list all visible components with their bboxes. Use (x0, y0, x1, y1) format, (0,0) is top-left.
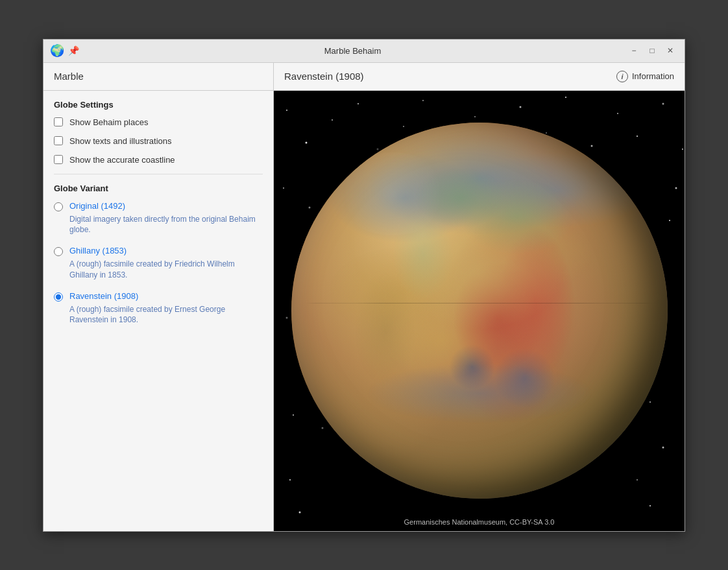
globe-icon: 🌍 (50, 43, 64, 58)
settings-divider (54, 174, 263, 174)
svg-point-12 (565, 97, 566, 98)
radio-original: Original (1492) Digital imagery taken di… (54, 201, 263, 236)
app-window: 🌍 📌 Marble Behaim − □ ✕ Marble Ravenstei… (43, 39, 685, 532)
svg-point-32 (299, 511, 301, 513)
ghillany-description: A (rough) facsimile created by Friedrich… (69, 259, 263, 281)
original-description: Digital imagery taken directly from the … (69, 214, 263, 236)
main-panel: Marble Ravenstein (1908) i Information G… (43, 63, 685, 531)
radio-ghillany: Ghillany (1853) A (rough) facsimile crea… (54, 246, 263, 281)
globe-sphere[interactable] (291, 123, 668, 499)
ghillany-radio[interactable] (54, 247, 63, 256)
close-button[interactable]: ✕ (662, 44, 678, 57)
titlebar-left: 🌍 📌 (50, 43, 79, 58)
svg-point-24 (286, 316, 288, 318)
accurate-coastline-label[interactable]: Show the accurate coastline (69, 155, 175, 165)
sidebar-title: Marble (54, 71, 84, 82)
svg-point-3 (358, 103, 359, 104)
info-icon: i (616, 71, 628, 82)
svg-point-0 (286, 110, 287, 111)
titlebar: 🌍 📌 Marble Behaim − □ ✕ (43, 40, 685, 63)
svg-point-16 (662, 102, 664, 104)
accurate-coastline-checkbox[interactable] (54, 155, 63, 164)
checkbox-texts-illustrations: Show texts and illustrations (54, 136, 263, 146)
panel-title: Ravenstein (1908) (284, 71, 364, 82)
svg-point-6 (422, 100, 424, 101)
minimize-button[interactable]: − (626, 44, 642, 57)
checkbox-behaim-places: Show Behaim places (54, 117, 263, 127)
checkbox-accurate-coastline: Show the accurate coastline (54, 155, 263, 165)
svg-point-17 (682, 148, 683, 150)
attribution-text: Germanisches Nationalmuseum, CC-BY-SA 3.… (404, 518, 555, 526)
original-label[interactable]: Original (1492) (69, 201, 125, 211)
texts-illustrations-label[interactable]: Show texts and illustrations (69, 136, 172, 146)
info-label: Information (632, 71, 674, 81)
radio-ghillany-item: Ghillany (1853) (54, 246, 263, 256)
information-button[interactable]: i Information (616, 71, 674, 82)
svg-point-2 (332, 119, 333, 121)
svg-point-18 (283, 187, 284, 189)
globe-display[interactable]: Germanisches Nationalmuseum, CC-BY-SA 3.… (274, 91, 685, 531)
texts-illustrations-checkbox[interactable] (54, 136, 63, 145)
radio-ravenstein-item: Ravenstein (1908) (54, 291, 263, 302)
ghillany-label[interactable]: Ghillany (1853) (69, 246, 127, 255)
svg-point-23 (669, 220, 670, 221)
original-radio[interactable] (54, 202, 63, 211)
svg-point-22 (675, 187, 677, 189)
globe-texture (291, 123, 668, 499)
svg-point-10 (520, 106, 522, 108)
globe-settings-title: Globe Settings (54, 100, 263, 110)
ravenstein-label[interactable]: Ravenstein (1908) (69, 291, 138, 301)
svg-point-8 (474, 116, 476, 117)
maximize-button[interactable]: □ (644, 44, 660, 57)
radio-original-item: Original (1492) (54, 201, 263, 211)
ravenstein-description: A (rough) facsimile created by Ernest Ge… (69, 304, 263, 326)
behaim-places-checkbox[interactable] (54, 117, 63, 126)
sidebar: Globe Settings Show Behaim places Show t… (43, 91, 274, 531)
titlebar-controls: − □ ✕ (626, 44, 678, 57)
titlebar-title: Marble Behaim (79, 46, 626, 56)
globe-variant-title: Globe Variant (54, 184, 263, 193)
svg-point-33 (649, 505, 651, 506)
svg-point-14 (617, 113, 618, 114)
behaim-places-label[interactable]: Show Behaim places (69, 117, 148, 127)
radio-ravenstein: Ravenstein (1908) A (rough) facsimile cr… (54, 291, 263, 326)
ravenstein-radio[interactable] (54, 292, 63, 302)
panel-body: Globe Settings Show Behaim places Show t… (43, 91, 685, 531)
pin-icon: 📌 (68, 45, 79, 56)
globe-sphere-container[interactable] (291, 123, 668, 499)
